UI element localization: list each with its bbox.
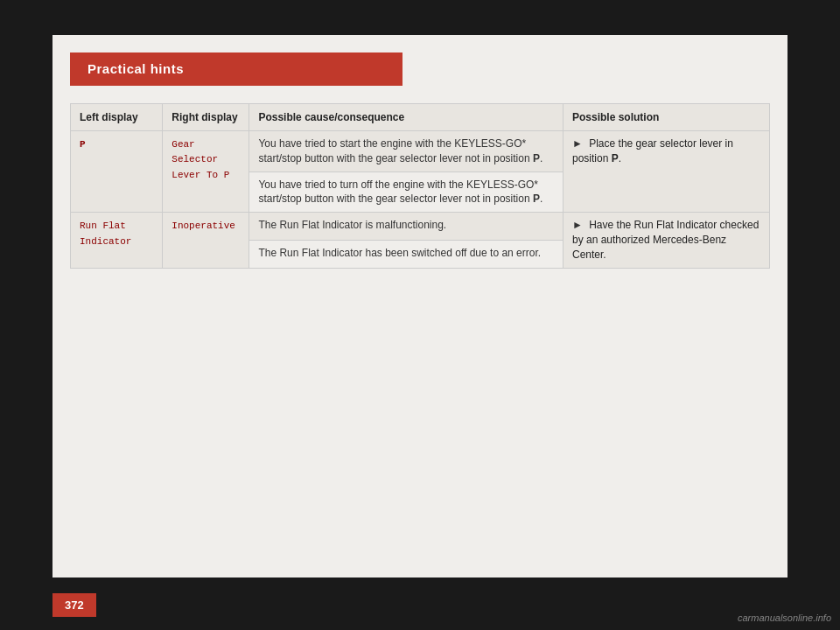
page-content: Practical hints Left display Right displ…: [52, 35, 788, 578]
right-display-1: Gear SelectorLever To P: [172, 139, 229, 180]
watermark: carmanualsonline.info: [738, 612, 831, 623]
cause-2a: The Run Flat Indicator is malfunctioning…: [258, 219, 446, 231]
table-row: P Gear SelectorLever To P You have tried…: [71, 131, 770, 172]
left-display-1: P: [80, 139, 86, 150]
header-title: Practical hints: [88, 61, 184, 76]
left-display-2: Run Flat Indicator: [80, 220, 131, 246]
right-display-2: Inoperative: [172, 220, 235, 231]
arrow-1: ►: [572, 137, 583, 150]
hints-table: Left display Right display Possible caus…: [70, 103, 770, 269]
col-right-display: Right display: [163, 104, 249, 131]
page-number-badge: 372: [52, 593, 96, 617]
table-container: Left display Right display Possible caus…: [70, 103, 770, 269]
col-cause: Possible cause/consequence: [249, 104, 564, 131]
cause-2b: The Run Flat Indicator has been switched…: [258, 247, 541, 259]
table-row: Run Flat Indicator Inoperative The Run F…: [71, 213, 770, 241]
header-bar: Practical hints: [70, 52, 402, 86]
col-left-display: Left display: [71, 104, 163, 131]
cause-1a: You have tried to start the engine with …: [258, 137, 542, 164]
cause-1b: You have tried to turn off the engine wi…: [258, 178, 542, 206]
solution-2: Have the Run Flat Indicator checked by a…: [572, 219, 759, 261]
col-solution: Possible solution: [563, 104, 769, 131]
page-number-text: 372: [65, 598, 84, 612]
arrow-2: ►: [572, 219, 583, 231]
solution-1: Place the gear selector lever in positio…: [572, 137, 733, 164]
